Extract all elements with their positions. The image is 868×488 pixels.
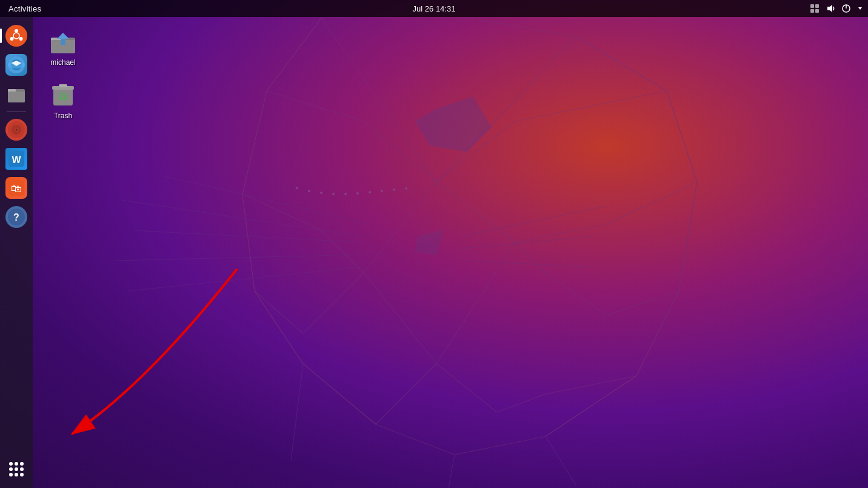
- svg-line-24: [255, 291, 303, 333]
- trash-icon-label: Trash: [54, 112, 72, 120]
- svg-line-57: [546, 436, 576, 485]
- svg-point-39: [308, 190, 310, 192]
- svg-line-12: [267, 91, 364, 121]
- desktop-icon-trash[interactable]: ♻ Trash: [39, 76, 87, 124]
- activities-button[interactable]: Activities: [5, 3, 45, 15]
- libreoffice-icon: W: [5, 148, 27, 170]
- dock-item-thunderbird[interactable]: [4, 52, 29, 78]
- datetime-display: Jul 26 14:31: [413, 4, 456, 13]
- software-icon: 🛍: [5, 177, 27, 199]
- svg-line-30: [636, 291, 679, 376]
- topbar-dropdown-icon[interactable]: [857, 5, 863, 12]
- svg-line-54: [461, 236, 594, 249]
- trash-folder-icon: ♻: [48, 80, 78, 109]
- volume-icon[interactable]: [826, 4, 835, 13]
- dock-separator: [7, 112, 26, 112]
- svg-point-83: [16, 129, 18, 131]
- ubuntu-icon: [5, 25, 27, 47]
- svg-marker-36: [415, 97, 491, 152]
- network-icon[interactable]: [810, 4, 820, 13]
- svg-marker-67: [858, 7, 862, 10]
- svg-line-28: [546, 273, 606, 315]
- svg-line-55: [461, 261, 588, 267]
- svg-marker-64: [827, 5, 832, 12]
- help-icon: ?: [5, 206, 27, 228]
- dock: W 🛍 ?: [0, 17, 33, 488]
- svg-line-49: [133, 230, 364, 242]
- files-icon: [5, 83, 27, 105]
- dock-item-software[interactable]: 🛍: [4, 175, 29, 201]
- svg-marker-0: [242, 12, 697, 455]
- svg-line-48: [121, 200, 364, 236]
- dock-item-libreoffice[interactable]: W: [4, 146, 29, 172]
- svg-marker-93: [57, 33, 69, 39]
- svg-line-6: [436, 182, 515, 242]
- svg-rect-63: [815, 9, 819, 13]
- svg-point-43: [356, 192, 359, 195]
- svg-line-31: [546, 376, 636, 394]
- svg-rect-62: [810, 9, 814, 13]
- svg-line-7: [364, 273, 436, 364]
- svg-line-8: [436, 242, 515, 364]
- svg-line-25: [303, 273, 364, 333]
- svg-rect-79: [8, 92, 25, 102]
- svg-point-47: [405, 187, 407, 190]
- dock-item-ubuntu[interactable]: [4, 23, 29, 48]
- svg-line-32: [497, 394, 546, 412]
- svg-line-4: [436, 36, 576, 182]
- show-apps-button[interactable]: [4, 456, 29, 482]
- svg-line-58: [449, 455, 455, 488]
- svg-line-35: [303, 364, 376, 424]
- svg-point-41: [332, 193, 335, 195]
- svg-line-5: [364, 182, 436, 273]
- svg-line-53: [461, 206, 606, 236]
- svg-line-51: [127, 267, 364, 291]
- svg-line-27: [606, 291, 679, 315]
- svg-line-13: [364, 121, 436, 182]
- svg-line-34: [255, 291, 303, 364]
- svg-line-18: [242, 194, 321, 230]
- svg-rect-94: [61, 39, 65, 45]
- rhythmbox-icon: [5, 119, 27, 141]
- svg-line-20: [667, 91, 697, 182]
- svg-text:🛍: 🛍: [11, 182, 22, 195]
- svg-rect-97: [59, 84, 67, 87]
- svg-line-56: [291, 364, 303, 461]
- svg-point-40: [320, 192, 322, 194]
- svg-point-45: [381, 190, 383, 192]
- svg-line-17: [242, 91, 267, 194]
- desktop-icon-home[interactable]: michael: [39, 23, 87, 70]
- svg-point-46: [393, 189, 395, 191]
- svg-line-22: [515, 224, 606, 242]
- svg-line-10: [436, 364, 497, 412]
- svg-text:?: ?: [13, 212, 19, 222]
- desktop: Activities Jul 26 14:31: [0, 0, 868, 488]
- dock-item-rhythmbox[interactable]: [4, 117, 29, 142]
- svg-line-14: [576, 36, 667, 91]
- svg-line-15: [515, 91, 667, 121]
- svg-marker-37: [415, 230, 442, 255]
- svg-line-21: [606, 182, 697, 224]
- svg-line-19: [321, 230, 364, 273]
- svg-point-38: [296, 187, 298, 189]
- svg-rect-60: [810, 4, 814, 8]
- svg-line-16: [436, 121, 515, 182]
- topbar-right-controls: [810, 4, 863, 13]
- topbar: Activities Jul 26 14:31: [0, 0, 868, 17]
- apps-grid-icon: [9, 462, 24, 476]
- svg-line-33: [546, 376, 636, 436]
- power-icon[interactable]: [841, 4, 851, 13]
- svg-line-11: [267, 18, 321, 91]
- svg-point-42: [344, 193, 347, 195]
- svg-line-52: [164, 176, 370, 224]
- svg-rect-61: [815, 4, 819, 8]
- svg-point-44: [369, 191, 371, 193]
- dock-item-help[interactable]: ?: [4, 204, 29, 230]
- svg-line-9: [376, 364, 436, 424]
- cat-wallpaper: [0, 0, 868, 488]
- svg-line-26: [679, 182, 697, 291]
- home-folder-icon: [48, 27, 78, 56]
- svg-text:W: W: [12, 155, 21, 165]
- svg-line-3: [321, 18, 436, 182]
- dock-item-files[interactable]: [4, 81, 29, 107]
